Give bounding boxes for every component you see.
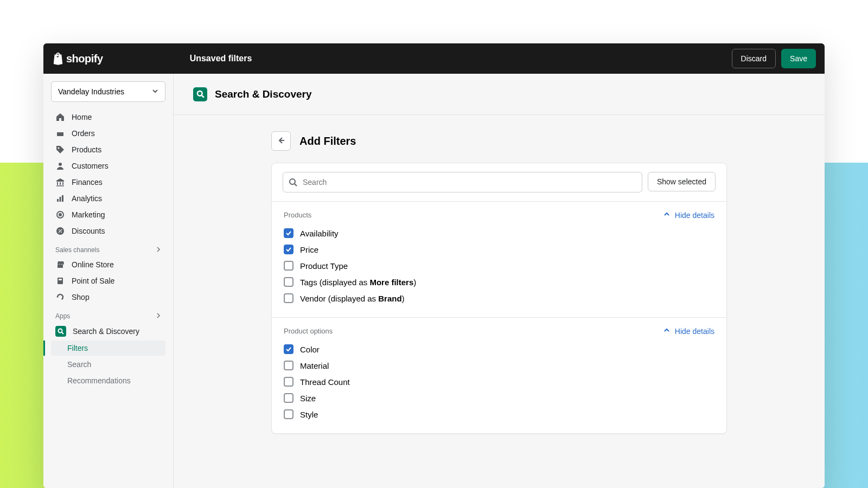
bank-icon [55, 177, 65, 187]
topbar-title: Unsaved filters [190, 54, 252, 63]
checkbox-icon[interactable] [284, 377, 293, 387]
tag-icon [55, 145, 65, 155]
chevron-down-icon [152, 87, 158, 96]
search-discovery-app-icon [193, 87, 207, 101]
group-products-title: Products [284, 211, 311, 219]
nav-discounts[interactable]: Discounts [51, 223, 165, 239]
checkbox-icon[interactable] [284, 361, 293, 370]
group-products: Products Hide details Availability [272, 202, 726, 318]
filter-tags[interactable]: Tags (displayed as More filters) [284, 274, 714, 290]
target-icon [55, 210, 65, 220]
nav-shop[interactable]: Shop [51, 290, 165, 305]
checkbox-icon[interactable] [284, 293, 293, 303]
nav-sub-recommendations[interactable]: Recommendations [51, 373, 165, 388]
svg-point-14 [59, 229, 60, 230]
filter-size[interactable]: Size [284, 390, 714, 406]
checkbox-icon[interactable] [284, 409, 293, 419]
filter-color[interactable]: Color [284, 341, 714, 357]
svg-point-12 [59, 214, 61, 216]
brand-text: shopify [66, 53, 103, 65]
discard-button[interactable]: Discard [732, 49, 776, 68]
topbar: shopify Unsaved filters Discard Save [43, 43, 825, 74]
discount-icon [55, 226, 65, 236]
nav-sub-search[interactable]: Search [51, 357, 165, 372]
chevron-right-icon[interactable] [156, 312, 161, 320]
filter-material[interactable]: Material [284, 357, 714, 374]
svg-point-20 [197, 91, 202, 96]
shopify-logo: shopify [52, 52, 103, 65]
nav-marketing[interactable]: Marketing [51, 207, 165, 222]
show-selected-button[interactable]: Show selected [648, 172, 716, 191]
analytics-icon [55, 194, 65, 203]
shopify-bag-icon [52, 52, 64, 65]
save-button[interactable]: Save [781, 49, 816, 68]
page-title: Search & Discovery [215, 88, 312, 100]
checkbox-checked-icon[interactable] [284, 245, 293, 254]
nav-products[interactable]: Products [51, 142, 165, 157]
app-window: shopify Unsaved filters Discard Save Van… [43, 43, 825, 488]
search-discovery-app-icon [55, 326, 66, 337]
svg-point-15 [61, 232, 62, 233]
checkbox-checked-icon[interactable] [284, 344, 293, 354]
store-icon [55, 260, 65, 269]
nav-online-store[interactable]: Online Store [51, 257, 165, 272]
checkbox-checked-icon[interactable] [284, 228, 293, 238]
svg-rect-1 [57, 131, 63, 132]
nav-finances[interactable]: Finances [51, 175, 165, 190]
chevron-right-icon[interactable] [156, 246, 161, 254]
svg-rect-10 [62, 195, 63, 202]
nav-orders[interactable]: Orders [51, 126, 165, 141]
svg-rect-7 [56, 185, 64, 187]
card-search-row: Show selected [272, 163, 726, 202]
back-button[interactable] [271, 131, 291, 151]
nav-home[interactable]: Home [51, 110, 165, 125]
svg-rect-16 [58, 265, 63, 268]
pos-icon [55, 276, 65, 286]
svg-rect-9 [60, 197, 61, 202]
nav-analytics[interactable]: Analytics [51, 191, 165, 206]
svg-point-21 [290, 179, 295, 184]
search-input[interactable] [283, 172, 642, 192]
checkbox-icon[interactable] [284, 393, 293, 403]
sidebar: Vandelay Industries Home Orders Products… [43, 74, 174, 488]
filter-availability[interactable]: Availability [284, 225, 714, 241]
sub-title: Add Filters [299, 135, 356, 147]
checkbox-icon[interactable] [284, 261, 293, 271]
checkbox-icon[interactable] [284, 277, 293, 287]
svg-rect-5 [60, 182, 61, 185]
subheader: Add Filters [271, 131, 727, 151]
nav-point-of-sale[interactable]: Point of Sale [51, 273, 165, 288]
page-header: Search & Discovery [174, 74, 825, 115]
hide-details-link[interactable]: Hide details [663, 210, 714, 220]
nav-sub-filters[interactable]: Filters [51, 341, 165, 356]
filter-thread-count[interactable]: Thread Count [284, 374, 714, 390]
svg-point-2 [58, 147, 60, 149]
nav-search-discovery[interactable]: Search & Discovery [51, 323, 165, 339]
sales-channels-label: Sales channels [51, 240, 165, 256]
apps-label: Apps [51, 306, 165, 322]
svg-point-3 [59, 163, 62, 166]
svg-rect-4 [57, 182, 58, 185]
svg-rect-17 [58, 278, 63, 284]
home-icon [55, 112, 65, 122]
group-product-options: Product options Hide details Color [272, 318, 726, 433]
shop-icon [55, 292, 65, 302]
svg-rect-6 [62, 182, 63, 185]
svg-point-19 [59, 329, 62, 333]
svg-rect-18 [59, 279, 62, 280]
store-name: Vandelay Industries [58, 87, 124, 96]
nav-customers[interactable]: Customers [51, 158, 165, 174]
chevron-up-icon [663, 210, 671, 220]
filter-product-type[interactable]: Product Type [284, 258, 714, 274]
group-options-title: Product options [284, 327, 333, 335]
orders-icon [55, 129, 65, 138]
arrow-left-icon [276, 136, 286, 147]
store-selector[interactable]: Vandelay Industries [51, 81, 165, 102]
hide-details-link[interactable]: Hide details [663, 326, 714, 336]
filter-style[interactable]: Style [284, 406, 714, 422]
filter-vendor[interactable]: Vendor (displayed as Brand) [284, 290, 714, 306]
chevron-up-icon [663, 326, 671, 336]
svg-rect-8 [57, 199, 59, 202]
search-icon [288, 177, 298, 189]
filter-price[interactable]: Price [284, 241, 714, 258]
